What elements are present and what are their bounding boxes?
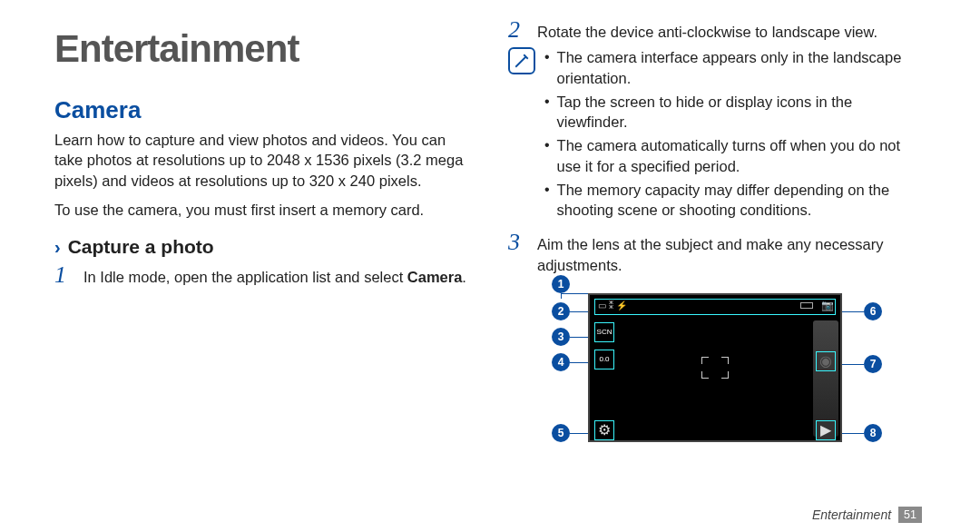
- step-body: Aim the lens at the subject and make any…: [537, 231, 926, 275]
- exposure-value-icon: 0.0: [594, 350, 614, 369]
- step-1: 1 In Idle mode, open the application lis…: [54, 263, 472, 287]
- camera-viewfinder: ▭ ⁑ ⚡ 📷 SCN 0.0 ⚙ ◉ ▶: [588, 293, 842, 442]
- note-item-4: The memory capacity may differ depending…: [557, 180, 926, 221]
- section-title: Camera: [54, 96, 472, 124]
- right-column: 2 Rotate the device anti-clockwise to la…: [508, 18, 926, 505]
- callout-7: 7: [864, 355, 882, 373]
- note-icon: [508, 47, 535, 74]
- step-1-suffix: .: [462, 269, 466, 285]
- step-body: Rotate the device anti-clockwise to land…: [537, 18, 926, 42]
- scene-mode-icon: SCN: [594, 322, 614, 342]
- gallery-play-icon: ▶: [816, 420, 836, 440]
- intro-paragraph-1: Learn how to capture and view photos and…: [54, 130, 472, 191]
- page-footer: Entertainment 51: [54, 507, 926, 523]
- step-2: 2 Rotate the device anti-clockwise to la…: [508, 18, 926, 42]
- subsection-title: Capture a photo: [68, 236, 214, 258]
- bullet-dot: •: [544, 92, 550, 133]
- callout-6: 6: [864, 302, 882, 320]
- note-bullet-list: •The camera interface appears only in th…: [544, 47, 926, 223]
- callout-8: 8: [864, 424, 882, 442]
- subsection-heading: › Capture a photo: [54, 236, 472, 258]
- callout-3: 3: [552, 328, 570, 346]
- step-1-bold: Camera: [407, 269, 463, 285]
- callout-4: 4: [552, 353, 570, 371]
- page-title: Entertainment: [54, 27, 472, 71]
- note-item-1: The camera interface appears only in the…: [557, 47, 926, 88]
- two-column-layout: Entertainment Camera Learn how to captur…: [54, 18, 926, 505]
- right-control-column: [813, 320, 838, 437]
- chevron-right-icon: ›: [54, 237, 61, 258]
- mode-switch-icon: 📷: [821, 300, 834, 311]
- callout-5: 5: [552, 424, 570, 442]
- step-number: 1: [54, 263, 74, 287]
- note-item-3: The camera automatically turns off when …: [557, 135, 926, 176]
- step-number: 3: [508, 231, 528, 275]
- storage-indicator-icon: ▭ ⁑ ⚡: [598, 300, 627, 310]
- step-number: 2: [508, 18, 528, 42]
- left-column: Entertainment Camera Learn how to captur…: [54, 18, 472, 505]
- note-item-2: Tap the screen to hide or display icons …: [557, 92, 926, 133]
- callout-1: 1: [552, 275, 570, 293]
- intro-paragraph-2: To use the camera, you must first insert…: [54, 200, 472, 220]
- bullet-dot: •: [544, 47, 550, 88]
- step-body: In Idle mode, open the application list …: [83, 263, 472, 287]
- footer-page-number: 51: [898, 507, 922, 523]
- settings-gear-icon: ⚙: [594, 420, 614, 440]
- footer-section-name: Entertainment: [812, 507, 891, 522]
- manual-page: Entertainment Camera Learn how to captur…: [0, 0, 980, 532]
- callout-2: 2: [552, 302, 570, 320]
- step-1-text: In Idle mode, open the application list …: [83, 269, 407, 285]
- step-3: 3 Aim the lens at the subject and make a…: [508, 231, 926, 275]
- battery-icon: [800, 302, 813, 309]
- bullet-dot: •: [544, 180, 550, 221]
- camera-diagram: 1 2 3 4 5 6 7 8: [508, 281, 926, 453]
- shutter-button-icon: ◉: [816, 351, 836, 371]
- focus-brackets-icon: [701, 357, 729, 379]
- bullet-dot: •: [544, 135, 550, 176]
- note-block: •The camera interface appears only in th…: [508, 47, 926, 223]
